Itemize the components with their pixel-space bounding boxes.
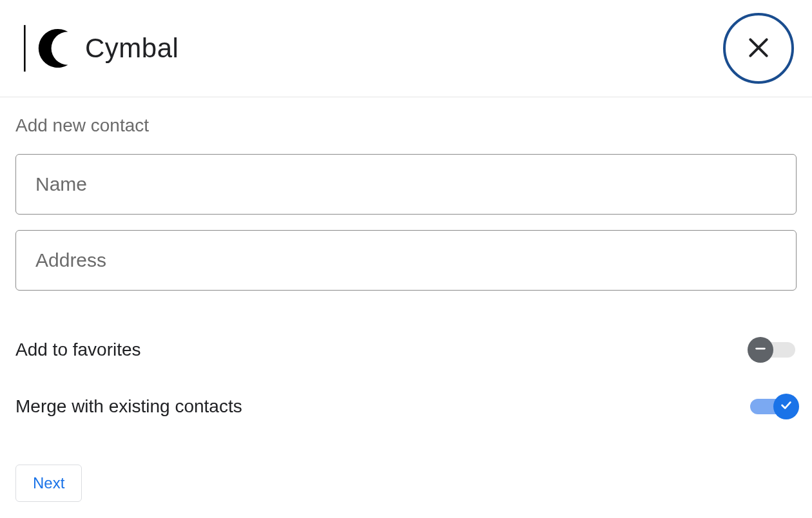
header: Cymbal <box>0 0 812 97</box>
merge-row: Merge with existing contacts <box>15 394 797 419</box>
merge-toggle[interactable] <box>750 394 797 419</box>
brand: Cymbal <box>18 21 179 76</box>
favorites-toggle[interactable] <box>750 337 797 363</box>
close-button[interactable] <box>723 13 794 84</box>
favorites-label: Add to favorites <box>15 340 141 360</box>
brand-name: Cymbal <box>85 33 179 64</box>
favorites-row: Add to favorites <box>15 337 797 363</box>
toggle-knob <box>748 337 773 363</box>
check-icon <box>779 398 793 415</box>
section-title: Add new contact <box>15 115 797 136</box>
name-input[interactable] <box>15 154 797 215</box>
close-icon <box>746 35 771 62</box>
next-button[interactable]: Next <box>15 465 82 502</box>
minus-icon <box>753 341 768 358</box>
address-input[interactable] <box>15 230 797 291</box>
next-button-label: Next <box>33 474 64 492</box>
toggle-knob <box>773 394 799 419</box>
cymbal-logo-icon <box>18 21 73 76</box>
content: Add new contact Add to favorites Merge w… <box>0 97 812 518</box>
merge-label: Merge with existing contacts <box>15 396 242 417</box>
